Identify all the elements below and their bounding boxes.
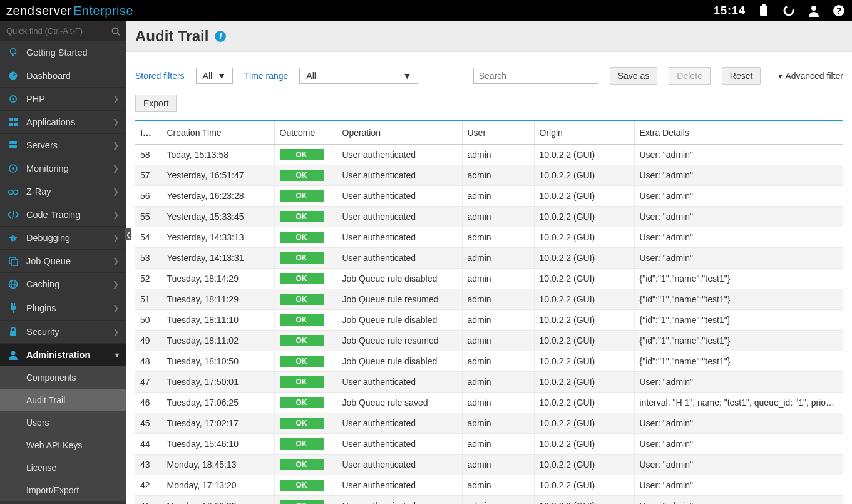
advanced-filter[interactable]: ▾ Advanced filter [778, 71, 843, 81]
delete-button[interactable]: Delete [669, 67, 710, 85]
spinner-icon[interactable] [782, 4, 796, 18]
table-row[interactable]: 45Tuesday, 17:02:17OKUser authenticateda… [135, 413, 843, 434]
col-header[interactable]: Outcome [274, 121, 337, 145]
subnav-item-components[interactable]: Components [0, 366, 126, 389]
sidebar-item-security[interactable]: Security❯ [0, 320, 126, 343]
table-row[interactable]: 56Yesterday, 16:23:28OKUser authenticate… [135, 186, 843, 207]
help-icon[interactable]: ? [832, 4, 846, 18]
sidebar-item-php[interactable]: PHP❯ [0, 87, 126, 110]
col-header[interactable]: Operation [337, 121, 462, 145]
table-row[interactable]: 43Monday, 18:45:13OKUser authenticatedad… [135, 455, 843, 475]
reset-button[interactable]: Reset [722, 67, 761, 85]
sidebar-item-servers[interactable]: Servers❯ [0, 133, 126, 157]
cell-extra: {"id":"1","name":"test1"} [634, 310, 843, 331]
time-range-select[interactable]: All ▼ [299, 68, 418, 84]
sidebar-item-label: Administration [26, 350, 90, 360]
clipboard-icon[interactable] [757, 4, 771, 18]
sidebar-item-applications[interactable]: Applications❯ [0, 110, 126, 133]
search-box[interactable] [473, 68, 598, 84]
search-icon[interactable] [111, 27, 120, 36]
cell-outcome: OK [274, 145, 337, 165]
sidebar-item-dashboard[interactable]: Dashboard [0, 64, 126, 87]
svg-rect-39 [10, 331, 16, 336]
table-wrap[interactable]: Id…Creation TimeOutcomeOperationUserOrig… [135, 120, 843, 504]
sidebar-item-debugging[interactable]: Debugging❯ [0, 226, 126, 249]
stored-filters-value: All [203, 71, 213, 81]
cell-id: 58 [135, 145, 162, 165]
export-button[interactable]: Export [135, 95, 177, 112]
sidebar-item-code-tracing[interactable]: Code Tracing❯ [0, 203, 126, 226]
sidebar-item-plugins[interactable]: Plugins❯ [0, 296, 126, 320]
table-row[interactable]: 57Yesterday, 16:51:47OKUser authenticate… [135, 165, 843, 186]
table-row[interactable]: 52Tuesday, 18:14:29OKJob Queue rule disa… [135, 269, 843, 289]
cell-time: Tuesday, 17:02:17 [162, 413, 274, 434]
export-row: Export [126, 91, 852, 120]
sidebar-item-label: PHP [26, 94, 45, 104]
cell-user: admin [462, 289, 534, 310]
user-icon[interactable] [807, 4, 821, 18]
svg-rect-17 [14, 123, 18, 126]
info-icon[interactable]: i [215, 31, 226, 42]
sidebar-item-monitoring[interactable]: Monitoring❯ [0, 157, 126, 180]
table-row[interactable]: 42Monday, 17:13:20OKUser authenticatedad… [135, 475, 843, 496]
col-header[interactable]: Id… [135, 121, 162, 145]
table-row[interactable]: 44Tuesday, 15:46:10OKUser authenticateda… [135, 434, 843, 455]
subnav-item-audit-trail[interactable]: Audit Trail [0, 389, 126, 411]
sidebar-item-caching[interactable]: Caching❯ [0, 272, 126, 296]
stored-filters-select[interactable]: All ▼ [196, 68, 233, 84]
search-input[interactable] [479, 71, 593, 81]
page-title: Audit Trail [135, 28, 208, 45]
cell-operation: User authenticated [337, 475, 462, 496]
sidebar-item-label: Code Tracing [26, 210, 80, 220]
sidebar-item-label: Caching [26, 279, 59, 289]
cell-operation: Job Queue rule saved [337, 393, 462, 413]
brand: zend server Enterprise [6, 4, 133, 18]
cell-user: admin [462, 310, 534, 331]
quick-find[interactable] [0, 21, 126, 41]
table-row[interactable]: 46Tuesday, 17:06:25OKJob Queue rule save… [135, 393, 843, 413]
svg-line-25 [13, 211, 14, 219]
table-row[interactable]: 51Tuesday, 18:11:29OKJob Queue rule resu… [135, 289, 843, 310]
sidebar-item-administration[interactable]: Administration▾ [0, 343, 126, 366]
subnav-item-web-api-keys[interactable]: Web API Keys [0, 434, 126, 456]
subnav-item-users[interactable]: Users [0, 411, 126, 434]
collapse-sidebar[interactable]: ❮ [125, 228, 131, 240]
subnav-item-import-export[interactable]: Import/Export [0, 479, 126, 501]
table-row[interactable]: 41Monday, 16:12:39OKUser authenticatedad… [135, 496, 843, 505]
svg-rect-14 [9, 118, 13, 121]
svg-point-2 [784, 6, 793, 15]
col-header[interactable]: Extra Details [634, 121, 843, 145]
table-row[interactable]: 54Yesterday, 14:33:13OKUser authenticate… [135, 227, 843, 248]
quick-find-input[interactable] [6, 26, 111, 36]
sidebar-item-label: Z-Ray [26, 187, 51, 197]
table-row[interactable]: 48Tuesday, 18:10:50OKJob Queue rule disa… [135, 351, 843, 372]
sidebar-item-getting-started[interactable]: Getting Started [0, 41, 126, 64]
cell-id: 50 [135, 310, 162, 331]
table-row[interactable]: 58Today, 15:13:58OKUser authenticatedadm… [135, 145, 843, 165]
col-header[interactable]: Creation Time [162, 121, 274, 145]
time-range-label: Time range [244, 71, 288, 81]
cell-time: Tuesday, 17:06:25 [162, 393, 274, 413]
cell-extra: User: "admin" [634, 475, 843, 496]
sidebar-item-z-ray[interactable]: Z-Ray❯ [0, 180, 126, 203]
cell-outcome: OK [274, 310, 337, 331]
cell-origin: 10.0.2.2 (GUI) [534, 413, 634, 434]
cell-time: Tuesday, 18:11:29 [162, 289, 274, 310]
cell-time: Tuesday, 17:50:01 [162, 372, 274, 393]
sidebar-item-job-queue[interactable]: Job Queue❯ [0, 249, 126, 272]
status-badge: OK [280, 190, 324, 202]
cell-outcome: OK [274, 455, 337, 475]
sidebar-item-label: Plugins [26, 303, 56, 313]
col-header[interactable]: Origin [534, 121, 634, 145]
table-row[interactable]: 53Yesterday, 14:13:31OKUser authenticate… [135, 248, 843, 269]
save-as-button[interactable]: Save as [610, 67, 658, 85]
table-row[interactable]: 55Yesterday, 15:33:45OKUser authenticate… [135, 207, 843, 227]
table-row[interactable]: 50Tuesday, 18:11:10OKJob Queue rule disa… [135, 310, 843, 331]
table-row[interactable]: 47Tuesday, 17:50:01OKUser authenticateda… [135, 372, 843, 393]
col-header[interactable]: User [462, 121, 534, 145]
svg-rect-16 [9, 123, 13, 126]
subnav-item-license[interactable]: License [0, 456, 126, 479]
chevron-right-icon: ❯ [113, 118, 119, 126]
cell-id: 47 [135, 372, 162, 393]
table-row[interactable]: 49Tuesday, 18:11:02OKJob Queue rule resu… [135, 331, 843, 351]
